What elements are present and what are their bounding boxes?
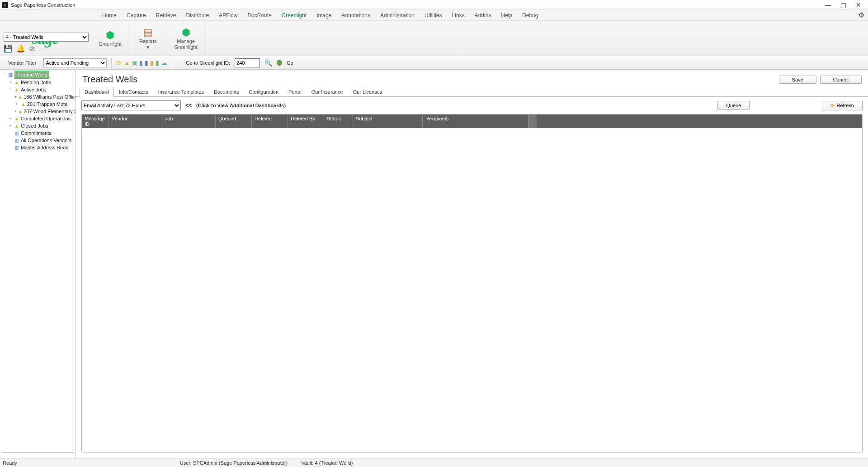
menu-item-image[interactable]: Image bbox=[316, 11, 332, 19]
menu-item-docroute[interactable]: DocRoute bbox=[246, 11, 272, 19]
additional-dashboards-hint[interactable]: (Click to View Additional Dashboards) bbox=[196, 103, 286, 108]
column-deleted-by[interactable]: Deleted By bbox=[288, 114, 324, 128]
queue-button[interactable]: Queue bbox=[717, 101, 750, 110]
ribbon-reports[interactable]: ▤Reports▼ bbox=[130, 21, 166, 56]
statusbar: Ready User: SPCAdmin (Sage Paperless Adm… bbox=[0, 458, 868, 467]
doc-blue-icon[interactable]: ▮ bbox=[139, 59, 143, 67]
column-deleted[interactable]: Deleted bbox=[252, 114, 288, 128]
collapse-caret-icon[interactable]: << bbox=[185, 102, 192, 109]
tree-node-commitments[interactable]: ▥Commitments bbox=[8, 129, 75, 137]
column-status[interactable]: Status bbox=[324, 114, 353, 128]
menu-item-capture[interactable]: Capture bbox=[126, 11, 147, 19]
ribbon-manage-greenlight[interactable]: ⬢ManageGreenlight bbox=[166, 21, 206, 56]
dropdown-caret-icon: ▼ bbox=[146, 45, 150, 50]
menu-item-addins[interactable]: Addins bbox=[474, 11, 492, 19]
tree-node-201-trappen-motel[interactable]: +▲201 Trappen Motel bbox=[14, 100, 75, 108]
settings-gear-icon[interactable]: ⚙ bbox=[858, 11, 864, 19]
menu-item-help[interactable]: Help bbox=[500, 11, 513, 19]
tree-node-master-address-book[interactable]: ▥Master Address Book bbox=[8, 144, 75, 151]
tab-configuration[interactable]: Configuration bbox=[244, 87, 283, 97]
tab-portal[interactable]: Portal bbox=[283, 87, 307, 97]
column-vendor[interactable]: Vendor bbox=[109, 114, 162, 128]
menu-item-administration[interactable]: Administration bbox=[379, 11, 415, 19]
tree-node-active-jobs[interactable]: -▲Active Jobs bbox=[8, 86, 75, 93]
window-title: Sage Paperless Construction bbox=[11, 2, 75, 8]
menu-item-distribute[interactable]: Distribute bbox=[185, 11, 210, 19]
clear-icon[interactable]: ⊘ bbox=[29, 44, 35, 53]
folder-orange-icon[interactable]: ▮ bbox=[150, 59, 154, 67]
tab-our-licenses[interactable]: Our Licenses bbox=[348, 87, 387, 97]
truck-icon[interactable]: ▣ bbox=[132, 59, 137, 67]
menu-item-retrieve[interactable]: Retrieve bbox=[155, 11, 177, 19]
tree-node-186-williams-post-office[interactable]: +▲186 Williams Post Office bbox=[14, 93, 75, 100]
greenlight-id-input[interactable] bbox=[235, 58, 260, 67]
menu-item-debug[interactable]: Debug bbox=[521, 11, 539, 19]
tree-root[interactable]: -▦Treated Wells bbox=[2, 71, 75, 79]
reports-icon: ▤ bbox=[143, 27, 153, 38]
tab-insurance-templates[interactable]: Insurance Templates bbox=[153, 87, 209, 97]
menu-item-home[interactable]: Home bbox=[101, 11, 118, 19]
ribbon-greenlight[interactable]: ⬢Greenlight bbox=[90, 21, 130, 56]
tab-dashboard[interactable]: Dashboard bbox=[80, 87, 114, 97]
user-doc-icon[interactable]: ▮ bbox=[145, 59, 148, 67]
column-job[interactable]: Job bbox=[162, 114, 216, 128]
ribbon-label: ManageGreenlight bbox=[175, 38, 198, 49]
grid[interactable]: Message IDVendorJobQueuedDeletedDeleted … bbox=[81, 114, 863, 453]
tab-documents[interactable]: Documents bbox=[209, 87, 244, 97]
save-button[interactable]: Save bbox=[779, 76, 816, 84]
window-minimize-button[interactable]: — bbox=[820, 0, 835, 10]
menu-item-greenlight[interactable]: Greenlight bbox=[281, 11, 307, 19]
column-message-id[interactable]: Message ID bbox=[82, 114, 109, 128]
greenlight-hex-icon: ⬢ bbox=[106, 29, 114, 41]
cloud-icon[interactable]: ☁ bbox=[161, 59, 167, 67]
cancel-button[interactable]: Cancel bbox=[820, 76, 862, 84]
column-queued[interactable]: Queued bbox=[216, 114, 252, 128]
titlebar: ⌂ Sage Paperless Construction — ▢ ✕ bbox=[0, 0, 868, 10]
menu-item-links[interactable]: Links bbox=[451, 11, 466, 19]
status-ready: Ready bbox=[3, 460, 17, 466]
go-to-greenlight-label: Go to Greenlight ID: bbox=[186, 60, 230, 66]
dashboard-select[interactable]: Email Activity Last 72 Hours bbox=[81, 100, 181, 110]
notifications-bell-icon[interactable]: 🔔 bbox=[16, 44, 25, 53]
tab-our-insurance[interactable]: Our Insurance bbox=[307, 87, 348, 97]
status-user: User: SPCAdmin (Sage Paperless Administr… bbox=[180, 460, 288, 466]
refresh-icon[interactable]: ⟳ bbox=[116, 59, 122, 67]
clipboard-green-icon[interactable]: ▮ bbox=[156, 59, 159, 67]
menu-item-annotations[interactable]: Annotations bbox=[341, 11, 371, 19]
search-icon[interactable]: 🔍 bbox=[264, 59, 272, 67]
ribbon-label: Greenlight bbox=[99, 41, 122, 47]
tree-panel: -▦Treated Wells+▲Pending Jobs-▲Active Jo… bbox=[0, 70, 76, 458]
tree-node-completed-operations[interactable]: +▲Completed Operations bbox=[8, 115, 75, 122]
vendor-filter-label: Vendor Filter bbox=[8, 60, 36, 66]
ribbon: ⬢Greenlight▤Reports▼⬢ManageGreenlight bbox=[90, 21, 206, 56]
vendor-filter-select[interactable]: Active and Pending bbox=[43, 58, 107, 67]
tree-node-closed-jobs[interactable]: +▲Closed Jobs bbox=[8, 122, 75, 129]
alert-triangle-icon[interactable]: ▲ bbox=[123, 59, 130, 67]
ribbon-strip: sage ⬢Greenlight▤Reports▼⬢ManageGreenlig… bbox=[0, 21, 868, 56]
tree-node-pending-jobs[interactable]: +▲Pending Jobs bbox=[8, 79, 75, 86]
main-panel: Treated Wells Save Cancel DashboardInfo/… bbox=[76, 70, 868, 458]
tree-node-207-wood-elementary-sch[interactable]: +▲207 Wood Elementary Sch bbox=[14, 108, 75, 115]
menu-item-utilities[interactable]: Utilities bbox=[424, 11, 443, 19]
window-close-button[interactable]: ✕ bbox=[851, 0, 866, 10]
ribbon-label: Reports bbox=[139, 38, 157, 44]
vault-select[interactable]: 4 - Treated Wells bbox=[4, 33, 89, 42]
dashboard-controls: Email Activity Last 72 Hours << (Click t… bbox=[76, 97, 868, 114]
menubar: HomeCaptureRetrieveDistributeAPFlowDocRo… bbox=[0, 10, 868, 21]
save-icon[interactable]: 💾 bbox=[4, 44, 13, 53]
column-subject[interactable]: Subject bbox=[353, 114, 423, 128]
window-maximize-button[interactable]: ▢ bbox=[835, 0, 851, 10]
column-spacer bbox=[528, 114, 537, 128]
menu-item-apflow[interactable]: APFlow bbox=[218, 11, 238, 19]
tree-node-all-operations-vendors[interactable]: ▥All Operations Vendors bbox=[8, 137, 75, 144]
toolbar-icons: ⟳ ▲ ▣ ▮ ▮ ▮ ▮ ☁ bbox=[116, 59, 167, 67]
page-title: Treated Wells bbox=[82, 74, 137, 85]
refresh-arrows-icon: ⟳ bbox=[830, 103, 835, 109]
quick-access-bar: 4 - Treated Wells 💾 🔔 ⊘ bbox=[4, 33, 89, 53]
status-vault: Vault: 4 (Treated Wells) bbox=[301, 460, 353, 466]
tab-info-contacts[interactable]: Info/Contacts bbox=[114, 87, 153, 97]
app-icon: ⌂ bbox=[2, 2, 8, 8]
go-button[interactable]: Go bbox=[287, 60, 293, 66]
column-recipients[interactable]: Recipients bbox=[423, 114, 528, 128]
refresh-button[interactable]: ⟳Refresh bbox=[822, 101, 863, 110]
